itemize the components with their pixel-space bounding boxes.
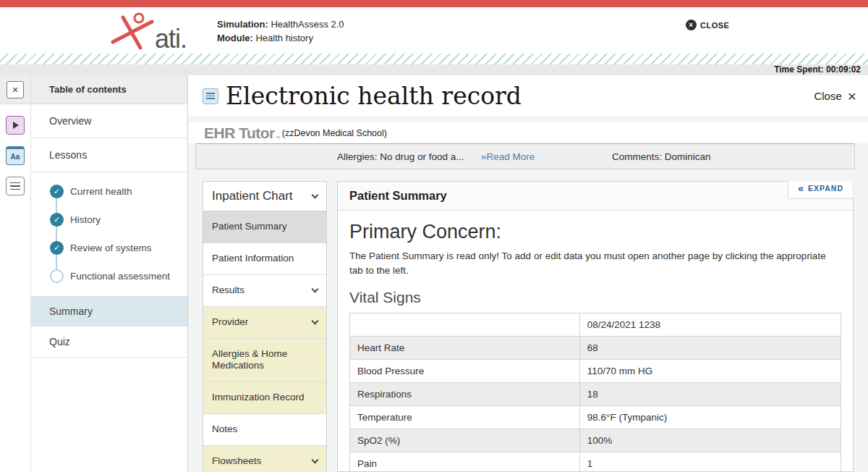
read-only-note: The Patient Summary is read only! To add… — [349, 249, 841, 279]
chevron-down-icon — [312, 285, 319, 292]
brand-top-bar — [0, 0, 868, 7]
play-triangle-icon — [13, 122, 19, 129]
content-area: Electronic health record Close × EHR Tut… — [188, 75, 868, 472]
primary-concern-heading: Primary Concern: — [349, 221, 841, 243]
simulation-info: Simulation: HealthAssess 2.0 Module: Hea… — [217, 17, 344, 45]
close-ehr-button[interactable]: Close × — [814, 88, 856, 104]
collapse-toc-button[interactable]: × — [7, 81, 24, 98]
double-chevron-left-icon: « — [798, 185, 804, 192]
check-circle-icon — [50, 241, 64, 255]
check-circle-icon — [50, 185, 64, 198]
menu-item-patient-summary[interactable]: Patient Summary — [203, 211, 326, 243]
empty-header-cell — [350, 313, 580, 336]
ati-logo: ati. — [107, 12, 187, 52]
chart-menu: Inpatient Chart Patient Summary Patient … — [203, 181, 327, 472]
time-spent-value: 00:09:02 — [826, 64, 861, 75]
table-header-row: 08/24/2021 1238 — [350, 313, 841, 336]
patient-summary-panel: « EXPAND Patient Summary Primary Concern… — [337, 181, 854, 472]
chevron-down-icon — [312, 456, 319, 463]
lessons-aa-icon[interactable]: Aa — [6, 146, 25, 165]
menu-item-provider[interactable]: Provider — [203, 307, 326, 339]
chevron-down-icon — [312, 317, 319, 324]
allergies-summary: Allergies: No drug or food a... — [337, 151, 464, 162]
app-header: ati. Simulation: HealthAssess 2.0 Module… — [0, 7, 868, 54]
outline-list-icon[interactable] — [6, 177, 25, 195]
menu-item-allergies-home-medications[interactable]: Allergies & Home Medications — [203, 339, 326, 383]
toc-item-lessons[interactable]: Lessons — [31, 138, 187, 172]
screen: ati. Simulation: HealthAssess 2.0 Module… — [0, 0, 868, 472]
close-ehr-label: Close — [814, 90, 841, 102]
table-row: Temperature 98.6°F (Tympanic) — [350, 405, 841, 429]
chevron-down-icon — [312, 191, 319, 198]
close-simulation-button[interactable]: × CLOSE — [686, 20, 729, 30]
chart-menu-header[interactable]: Inpatient Chart — [203, 182, 326, 211]
overview-play-icon[interactable] — [6, 116, 25, 135]
ehr-list-icon — [203, 88, 218, 104]
time-spent-label: Time Spent: — [774, 64, 823, 75]
ehr-brand-bar: EHR Tutor ™ (zzDevon Medical School) — [188, 122, 868, 143]
panel-title: Patient Summary — [338, 182, 853, 211]
module-value: Health history — [255, 33, 312, 43]
ehr-frame: EHR Tutor ™ (zzDevon Medical School) All… — [188, 117, 868, 472]
empty-circle-icon — [50, 269, 64, 283]
ehr-tutor-logo: EHR Tutor — [204, 125, 275, 142]
menu-item-patient-information[interactable]: Patient Information — [203, 243, 326, 275]
content-titlebar: Electronic health record Close × — [188, 75, 868, 117]
menu-item-notes[interactable]: Notes — [203, 414, 326, 446]
toc-item-summary[interactable]: Summary — [31, 296, 187, 326]
toc-step-current-health[interactable]: Current health — [31, 177, 187, 206]
table-of-contents: Table of contents Overview Lessons Curre… — [31, 75, 188, 472]
panels-row: Inpatient Chart Patient Summary Patient … — [203, 181, 854, 472]
menu-item-flowsheets[interactable]: Flowsheets — [203, 446, 326, 472]
table-row: Blood Pressure 110/70 mm HG — [350, 359, 841, 382]
time-spent-bar: Time Spent: 00:09:02 — [0, 64, 868, 75]
ehr-school-name: (zzDevon Medical School) — [282, 128, 387, 138]
close-simulation-label: CLOSE — [700, 21, 729, 30]
comments-text: Comments: Dominican — [612, 151, 711, 162]
vital-signs-table: 08/24/2021 1238 Heart Rate 68 Blood Pres… — [349, 313, 841, 472]
panel-body: Primary Concern: The Patient Summary is … — [338, 211, 853, 472]
menu-item-immunization-record[interactable]: Immunization Record — [203, 382, 326, 414]
lesson-steps: Current health History Review of systems… — [31, 172, 187, 296]
table-row: SpO2 (%) 100% — [350, 429, 841, 452]
close-circle-icon: × — [686, 20, 697, 30]
chart-menu-title: Inpatient Chart — [212, 189, 293, 203]
simulation-label: Simulation: — [217, 19, 268, 30]
toc-item-quiz[interactable]: Quiz — [31, 326, 187, 358]
rail-header: × — [0, 75, 30, 104]
tool-rail: × Aa — [0, 75, 31, 472]
trademark-mark: ™ — [276, 135, 281, 140]
ati-wordmark: ati. — [155, 26, 187, 52]
toc-title: Table of contents — [31, 75, 187, 104]
date-header-cell: 08/24/2021 1238 — [579, 313, 841, 336]
check-circle-icon — [50, 213, 64, 227]
simulation-value: HealthAssess 2.0 — [271, 19, 344, 30]
read-more-link[interactable]: »Read More — [481, 151, 535, 162]
toc-step-history[interactable]: History — [31, 206, 187, 234]
toc-item-overview[interactable]: Overview — [31, 104, 187, 138]
close-x-icon: × — [848, 88, 856, 104]
patient-banner: Allergies: No drug or food a... »Read Mo… — [195, 143, 855, 169]
module-label: Module: — [217, 33, 253, 43]
table-row: Pain 1 — [350, 452, 841, 472]
menu-item-results[interactable]: Results — [203, 275, 326, 307]
page-title: Electronic health record — [226, 82, 807, 110]
expand-button[interactable]: « EXPAND — [788, 181, 854, 198]
stripe-divider — [0, 54, 868, 64]
toc-step-functional-assessment[interactable]: Functional assessment — [31, 262, 187, 290]
vital-signs-heading: Vital Signs — [349, 289, 841, 306]
table-row: Heart Rate 68 — [350, 336, 841, 359]
table-row: Respirations 18 — [350, 382, 841, 405]
toc-step-review-of-systems[interactable]: Review of systems — [31, 234, 187, 262]
expand-label: EXPAND — [808, 184, 843, 193]
